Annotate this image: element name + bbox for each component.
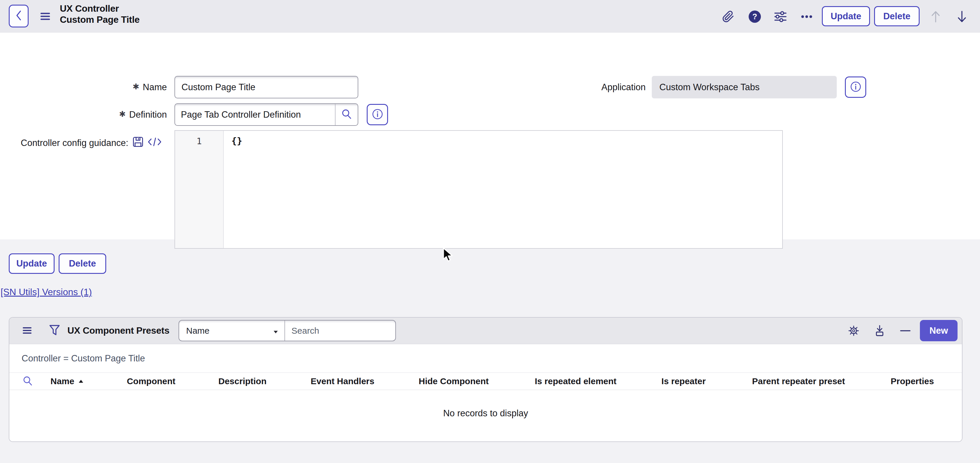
delete-button[interactable]: Delete [874,6,920,26]
search-box [285,321,395,341]
column-header-component[interactable]: Component [127,373,176,390]
menu-icon[interactable] [40,11,50,23]
column-header-is-repeater[interactable]: Is repeater [662,373,706,390]
guidance-code-editor[interactable]: 1 {} [175,130,783,249]
column-header-is-repeated-element[interactable]: Is repeated element [535,373,616,390]
page-title: UX Controller Custom Page Title [60,3,140,25]
related-list-card: UX Component Presets Name [9,317,963,442]
name-label: ✱ Name [88,76,167,98]
sliders-icon[interactable] [774,10,787,23]
name-input[interactable] [175,76,358,98]
application-value: Custom Workspace Tabs [652,76,837,98]
scroll-up-icon [929,10,942,23]
paperclip-icon[interactable] [722,10,735,23]
update-button[interactable]: Update [822,6,870,26]
more-icon[interactable] [800,10,813,23]
filter-icon[interactable] [49,324,60,338]
code-icon[interactable] [148,137,162,149]
page-title-record-type: UX Controller [60,3,140,14]
versions-link[interactable]: [SN Utils] Versions (1) [1,287,92,297]
empty-list-message: No records to display [443,408,528,418]
back-button[interactable] [9,5,29,27]
column-header-description[interactable]: Description [218,373,266,390]
gear-icon[interactable] [848,325,859,337]
application-label: Application [554,76,646,98]
definition-lookup-button[interactable] [335,104,358,125]
page-title-record-name: Custom Page Title [60,14,140,25]
editor-gutter: 1 [175,131,224,248]
form-footer-delete-button[interactable]: Delete [59,254,106,274]
column-header-name[interactable]: Name [51,373,83,390]
list-menu-icon[interactable] [22,326,32,337]
definition-reference-field [175,103,358,126]
help-glyph: ? [752,12,757,21]
info-icon [850,81,862,94]
save-icon[interactable] [132,136,143,150]
list-column-headers: Name Component Description Event Handler… [10,373,962,390]
form-footer-update-button[interactable]: Update [9,254,54,274]
screen: UX Controller Custom Page Title ? Update… [0,0,980,463]
list-filter-breadcrumb[interactable]: Controller = Custom Page Title [10,344,962,373]
search-column-select[interactable]: Name [179,321,285,341]
column-header-event-handlers[interactable]: Event Handlers [311,373,374,390]
info-icon [372,108,383,121]
search-icon [341,108,352,121]
definition-label: ✱ Definition [88,103,167,126]
back-chevron-icon [15,10,22,22]
list-body: No records to display [10,390,962,442]
column-header-parent-repeater-preset[interactable]: Parent repeater preset [752,373,845,390]
form-header-bar: UX Controller Custom Page Title ? Update… [0,0,980,33]
caret-down-icon [274,326,278,336]
search-input[interactable] [285,321,395,341]
collapse-icon[interactable] [899,325,911,337]
column-header-properties[interactable]: Properties [891,373,934,390]
required-marker: ✱ [133,82,140,91]
scroll-down-icon[interactable] [955,10,969,23]
guidance-row: Controller config guidance: [21,137,162,150]
definition-info-button[interactable] [367,104,388,125]
mouse-cursor [442,247,455,263]
guidance-label: Controller config guidance: [21,138,128,148]
list-title: UX Component Presets [67,325,170,336]
list-search-icon[interactable] [22,375,34,389]
application-info-button[interactable] [845,77,866,98]
column-header-hide-component[interactable]: Hide Component [418,373,489,390]
help-icon[interactable]: ? [749,11,761,23]
definition-input[interactable] [175,104,335,125]
list-toolbar: UX Component Presets Name [10,318,962,344]
download-icon[interactable] [874,325,886,337]
sort-asc-icon [78,380,83,383]
editor-content[interactable]: {} [224,131,782,248]
line-number: 1 [196,136,202,146]
list-search-control: Name [178,320,396,341]
new-button[interactable]: New [920,320,958,341]
record-form: ✱ Name Application Custom Workspace Tabs… [0,33,980,239]
required-marker: ✱ [119,110,126,119]
